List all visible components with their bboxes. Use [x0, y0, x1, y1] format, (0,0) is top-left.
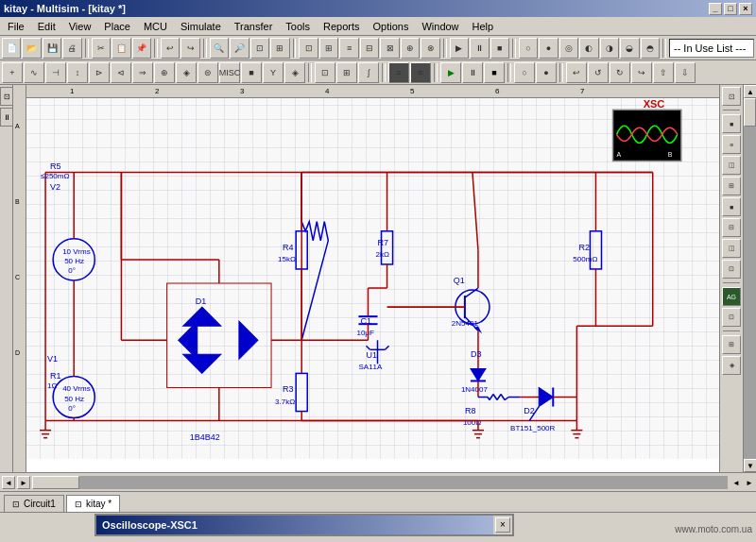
- rs-btn-2[interactable]: ■: [722, 114, 741, 133]
- tb-b15[interactable]: ◑: [600, 38, 619, 59]
- tb2-b8[interactable]: ⊕: [154, 62, 175, 83]
- tb-open[interactable]: 📂: [22, 38, 41, 59]
- tb-b16[interactable]: ◒: [620, 38, 639, 59]
- maximize-button[interactable]: □: [724, 3, 737, 15]
- tb-b14[interactable]: ◐: [579, 38, 598, 59]
- tb-zoomin[interactable]: 🔍: [210, 38, 229, 59]
- tb2-b5[interactable]: ⊳: [89, 62, 110, 83]
- menu-reports[interactable]: Reports: [318, 19, 366, 34]
- tb2-b3[interactable]: ⊣: [45, 62, 66, 83]
- tb-b17[interactable]: ◓: [641, 38, 660, 59]
- osc-title-bar[interactable]: Oscilloscope-XSC1: [96, 516, 493, 534]
- tb-paste[interactable]: 📌: [132, 38, 151, 59]
- tb2-b20[interactable]: ○: [514, 62, 535, 83]
- nav-right[interactable]: ►: [743, 473, 756, 492]
- tb-zoomout[interactable]: 🔎: [230, 38, 249, 59]
- tb-redo[interactable]: ↪: [180, 38, 199, 59]
- tb2-b9[interactable]: ◈: [176, 62, 197, 83]
- minimize-button[interactable]: _: [709, 3, 722, 15]
- tb-b5[interactable]: ⊠: [380, 38, 399, 59]
- tab-kitay[interactable]: ⊡ kitay *: [66, 495, 120, 512]
- rs-btn-10[interactable]: AG: [722, 287, 741, 306]
- tb2-b27[interactable]: ⇩: [675, 62, 696, 83]
- tb-undo[interactable]: ↩: [161, 38, 180, 59]
- tb-b2[interactable]: ⊞: [319, 38, 338, 59]
- tb2-b16[interactable]: ⊞: [336, 62, 357, 83]
- tb-b8[interactable]: ▶: [450, 38, 469, 59]
- osc-close-btn[interactable]: ×: [495, 517, 510, 533]
- tb-b12[interactable]: ●: [539, 38, 558, 59]
- rs-btn-8[interactable]: ◫: [722, 239, 741, 258]
- hscroll-right[interactable]: ►: [17, 476, 30, 489]
- tb2-b13[interactable]: Y: [263, 62, 284, 83]
- hscroll-thumb[interactable]: [32, 476, 79, 489]
- tb-b3[interactable]: ≡: [339, 38, 358, 59]
- menu-transfer[interactable]: Transfer: [229, 19, 279, 34]
- menu-file[interactable]: File: [2, 19, 30, 34]
- nav-left[interactable]: ◄: [730, 473, 743, 492]
- tb2-b21[interactable]: ●: [536, 62, 557, 83]
- menu-window[interactable]: Window: [416, 19, 464, 34]
- osc-window[interactable]: Oscilloscope-XSC1 ×: [94, 514, 514, 536]
- tb2-pause[interactable]: ⏸: [462, 62, 483, 83]
- tb-zoomarea[interactable]: ⊞: [270, 38, 289, 59]
- tb2-b14[interactable]: ◈: [284, 62, 305, 83]
- tb2-b25[interactable]: ↪: [631, 62, 652, 83]
- menu-place[interactable]: Place: [98, 19, 136, 34]
- circuit-canvas[interactable]: XSC A B: [26, 98, 719, 459]
- rs-btn-1[interactable]: ⊡: [722, 87, 741, 106]
- rs-btn-11[interactable]: ⊡: [722, 308, 741, 327]
- tb-b10[interactable]: ■: [490, 38, 509, 59]
- tb-b4[interactable]: ⊟: [360, 38, 379, 59]
- tb2-b7[interactable]: ⇒: [132, 62, 153, 83]
- tb2-b10[interactable]: ⊜: [198, 62, 218, 83]
- vscroll[interactable]: ▲ ▼: [743, 85, 756, 472]
- hscroll-left[interactable]: ◄: [2, 476, 15, 489]
- tb-b11[interactable]: ○: [519, 38, 538, 59]
- left-btn1[interactable]: ⊡: [0, 87, 13, 106]
- rs-btn-6[interactable]: ■: [722, 197, 741, 216]
- rs-btn-12[interactable]: ⊞: [722, 335, 741, 354]
- tb-b6[interactable]: ⊕: [401, 38, 420, 59]
- tb-b13[interactable]: ◎: [559, 38, 578, 59]
- menu-tools[interactable]: Tools: [280, 19, 316, 34]
- rs-btn-5[interactable]: ⊞: [722, 177, 741, 195]
- tb-b7[interactable]: ⊗: [421, 38, 439, 59]
- menu-simulate[interactable]: Simulate: [175, 19, 227, 34]
- tb2-b11[interactable]: MISC: [219, 62, 240, 83]
- menu-edit[interactable]: Edit: [32, 19, 61, 34]
- tb-copy[interactable]: 📋: [112, 38, 130, 59]
- tb2-stop[interactable]: ■: [484, 62, 505, 83]
- tb2-b2[interactable]: ∿: [24, 62, 44, 83]
- tb-b9[interactable]: ⏸: [470, 38, 489, 59]
- vscroll-track[interactable]: [744, 98, 756, 459]
- tb2-b23[interactable]: ↺: [588, 62, 609, 83]
- tb-save[interactable]: 💾: [43, 38, 61, 59]
- menu-mcu[interactable]: MCU: [138, 19, 173, 34]
- vscroll-thumb[interactable]: [744, 98, 756, 127]
- menu-help[interactable]: Help: [467, 19, 500, 34]
- tb2-b12[interactable]: ■: [241, 62, 262, 83]
- tb-print[interactable]: 🖨: [62, 38, 81, 59]
- left-btn2[interactable]: ⏸: [0, 108, 13, 127]
- circuit-canvas-wrapper[interactable]: 1 2 3 4 5 6 7 A B C D XSC A: [13, 85, 719, 472]
- tb2-b18[interactable]: ≡: [388, 62, 409, 83]
- rs-btn-3[interactable]: ≡: [722, 135, 741, 154]
- tb2-b15[interactable]: ⊡: [315, 62, 335, 83]
- tb-zoomfit[interactable]: ⊡: [250, 38, 269, 59]
- tb2-b26[interactable]: ⇧: [653, 62, 674, 83]
- rs-btn-7[interactable]: ⊟: [722, 218, 741, 237]
- menu-view[interactable]: View: [63, 19, 97, 34]
- menu-options[interactable]: Options: [368, 19, 415, 34]
- rs-btn-13[interactable]: ◈: [722, 356, 741, 375]
- tb2-b24[interactable]: ↻: [610, 62, 630, 83]
- tb-new[interactable]: 📄: [2, 38, 21, 59]
- tab-circuit1[interactable]: ⊡ Circuit1: [4, 495, 64, 512]
- tb2-b22[interactable]: ↩: [566, 62, 587, 83]
- tb2-run[interactable]: ▶: [440, 62, 461, 83]
- vscroll-up[interactable]: ▲: [744, 85, 756, 98]
- vscroll-down[interactable]: ▼: [744, 459, 756, 472]
- hscroll-track[interactable]: [32, 476, 728, 489]
- tb2-b6[interactable]: ⊲: [111, 62, 131, 83]
- close-button[interactable]: ×: [739, 3, 752, 15]
